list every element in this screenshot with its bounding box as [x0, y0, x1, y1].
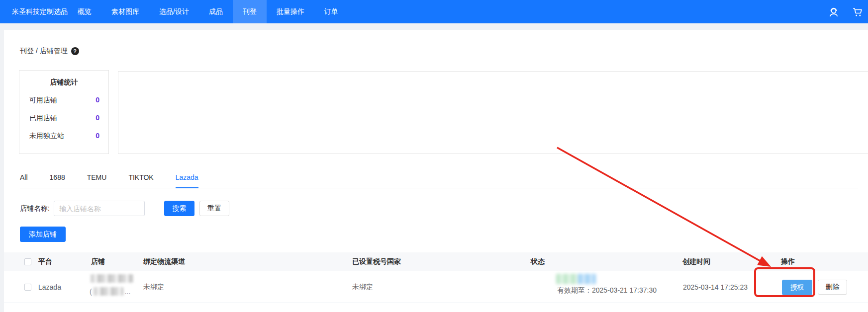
nav-item-publish[interactable]: 刊登	[233, 0, 267, 23]
nav-item-overview[interactable]: 概览	[68, 0, 101, 23]
stat-available-shops: 可用店铺 0	[19, 96, 108, 105]
main-content-card: 刊登 / 店铺管理 ? 店铺统计 可用店铺 0 已用店铺 0 未用独立站 0 A…	[4, 30, 868, 312]
customer-service-icon[interactable]	[828, 6, 839, 17]
delete-button[interactable]: 删除	[818, 280, 847, 295]
tab-temu[interactable]: TEMU	[87, 166, 107, 188]
nav-item-material-library[interactable]: 素材图库	[101, 0, 149, 23]
status-badge-censored	[556, 274, 596, 284]
row-select-cell	[24, 284, 31, 291]
tab-all[interactable]: All	[20, 166, 28, 188]
col-shop: 店铺	[91, 252, 105, 271]
tab-lazada[interactable]: Lazada	[176, 166, 198, 188]
shop-statistics-panel: 店铺统计 可用店铺 0 已用店铺 0 未用独立站 0	[19, 70, 109, 154]
authorize-button[interactable]: 授权	[782, 280, 812, 295]
brand-title: 米圣科技定制选品	[12, 0, 68, 23]
stat-label: 未用独立站	[29, 132, 64, 141]
stat-label: 已用店铺	[29, 114, 57, 123]
stat-value: 0	[96, 96, 99, 105]
col-status: 状态	[531, 252, 545, 271]
search-bar: 店铺名称: 搜索 重置	[20, 201, 229, 216]
reset-button[interactable]: 重置	[199, 201, 229, 216]
table-header: 平台 店铺 绑定物流渠道 已设置税号国家 状态 创建时间 操作	[4, 252, 868, 271]
col-actions: 操作	[781, 252, 795, 271]
shop-name-censored-line2: ( ...	[90, 287, 130, 296]
shop-name-label: 店铺名称:	[20, 204, 50, 213]
cart-icon[interactable]	[852, 6, 863, 17]
shop-name-input[interactable]	[54, 201, 145, 216]
nav-item-selection-design[interactable]: 选品/设计	[149, 0, 199, 23]
col-tax-country: 已设置税号国家	[352, 252, 401, 271]
add-shop-button[interactable]: 添加店铺	[20, 227, 66, 242]
top-nav: 米圣科技定制选品 概览 素材图库 选品/设计 成品 刊登 批量操作 订单	[0, 0, 868, 23]
breadcrumb-text: 刊登 / 店铺管理	[20, 47, 68, 56]
select-all-cell	[24, 252, 31, 271]
stat-unused-standalone-sites: 未用独立站 0	[19, 132, 108, 141]
tab-1688[interactable]: 1688	[50, 166, 65, 188]
help-icon[interactable]: ?	[71, 47, 79, 55]
nav-item-batch-operations[interactable]: 批量操作	[267, 0, 314, 23]
tab-tiktok[interactable]: TIKTOK	[128, 166, 153, 188]
col-platform: 平台	[38, 252, 52, 271]
stat-value: 0	[96, 132, 99, 141]
col-logistics: 绑定物流渠道	[143, 252, 185, 271]
tax-country-cell: 未绑定	[352, 271, 373, 303]
empty-detail-box	[118, 71, 868, 154]
stat-label: 可用店铺	[29, 96, 57, 105]
stats-title: 店铺统计	[19, 78, 108, 87]
platform-tabs: All 1688 TEMU TIKTOK Lazada	[20, 166, 858, 188]
nav-item-orders[interactable]: 订单	[314, 0, 348, 23]
select-all-checkbox[interactable]	[24, 258, 31, 265]
table-row: Lazada ( ... 未绑定 未绑定 有效期至：2025-03-21 17:…	[4, 271, 868, 303]
nav-menu: 概览 素材图库 选品/设计 成品 刊登 批量操作 订单	[68, 0, 348, 23]
created-at-cell: 2025-03-14 17:25:23	[683, 271, 748, 303]
platform-cell: Lazada	[38, 271, 61, 303]
shop-management-page: 米圣科技定制选品 概览 素材图库 选品/设计 成品 刊登 批量操作 订单	[0, 0, 868, 312]
nav-item-finished-products[interactable]: 成品	[199, 0, 233, 23]
row-checkbox[interactable]	[24, 284, 31, 291]
nav-right-icons	[828, 0, 863, 23]
breadcrumb: 刊登 / 店铺管理 ?	[20, 47, 79, 56]
status-valid-until: 有效期至：2025-03-21 17:37:30	[557, 286, 657, 295]
stat-value: 0	[96, 114, 99, 123]
logistics-cell: 未绑定	[143, 271, 164, 303]
col-created-at: 创建时间	[682, 252, 710, 271]
shop-name-censored-line1	[91, 274, 133, 283]
stat-used-shops: 已用店铺 0	[19, 114, 108, 123]
search-button[interactable]: 搜索	[164, 201, 194, 216]
